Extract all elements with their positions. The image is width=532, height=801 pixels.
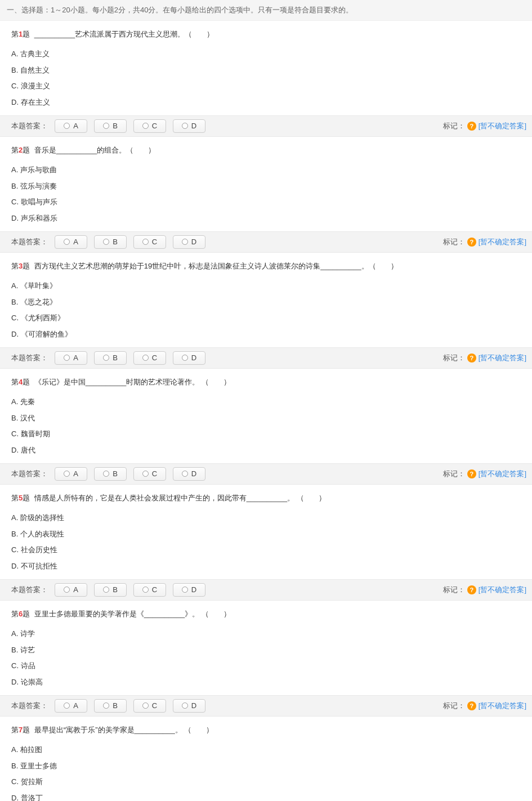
answer-option-label: B: [113, 238, 118, 246]
answer-option-c-button[interactable]: C: [133, 119, 166, 133]
answer-option-a-button[interactable]: A: [55, 583, 87, 597]
answer-option-b-button[interactable]: B: [94, 467, 127, 481]
uncertain-answer-link[interactable]: [暂不确定答案]: [479, 353, 526, 363]
radio-icon: [182, 471, 188, 477]
question-text: 亚里士多德最重要的美学著作是《__________》。 （ ）: [32, 610, 231, 618]
help-icon[interactable]: ?: [467, 238, 476, 247]
uncertain-answer-link[interactable]: [暂不确定答案]: [479, 237, 526, 247]
answer-right: 标记：?[暂不确定答案]: [443, 121, 526, 131]
radio-icon: [142, 587, 149, 593]
answer-label: 本题答案：: [11, 585, 48, 595]
section-header: 一、选择题：1～20小题。每小题2分，共40分。在每小题给出的四个选项中。只有一…: [0, 0, 532, 21]
answer-label: 本题答案：: [11, 353, 48, 363]
answer-option-c-button[interactable]: C: [133, 351, 166, 365]
options-list: A. 先秦B. 汉代C. 魏晋时期D. 唐代: [11, 394, 521, 459]
uncertain-answer-link[interactable]: [暂不确定答案]: [479, 701, 526, 711]
options-list: A. 阶级的选择性B. 个人的表现性C. 社会历史性D. 不可抗拒性: [11, 510, 521, 575]
answer-option-d-button[interactable]: D: [173, 351, 205, 365]
radio-icon: [142, 123, 149, 129]
option-item: A. 声乐与歌曲: [11, 162, 521, 178]
radio-icon: [103, 702, 109, 709]
answer-option-c-button[interactable]: C: [133, 467, 166, 481]
radio-icon: [182, 239, 188, 245]
question-block: 第5题 情感是人所特有的，它是在人类社会发展过程中产生的，因此带有_______…: [0, 485, 532, 579]
question-text: 西方现代主义艺术思潮的萌芽始于19世纪中叶，标志是法国象征主义诗人波德莱尔的诗集…: [32, 262, 397, 270]
answer-option-a-button[interactable]: A: [55, 235, 87, 249]
answer-option-label: B: [113, 122, 118, 130]
option-item: B. 自然主义: [11, 62, 521, 79]
question-suffix: 题: [23, 610, 30, 618]
answer-option-c-button[interactable]: C: [133, 235, 166, 249]
help-icon[interactable]: ?: [467, 585, 476, 594]
option-item: A. 《草叶集》: [11, 278, 521, 294]
answer-option-b-button[interactable]: B: [94, 583, 127, 597]
question-block: 第7题 最早提出“寓教于乐”的美学家是__________。 （ ）A. 柏拉图…: [0, 717, 532, 801]
radio-icon: [64, 587, 70, 593]
radio-icon: [142, 239, 149, 245]
answer-option-label: C: [152, 353, 157, 362]
answer-left: 本题答案：ABCD: [11, 699, 205, 713]
options-list: A. 《草叶集》B. 《恶之花》C. 《尤利西斯》D. 《可溶解的鱼》: [11, 278, 521, 343]
answer-option-d-button[interactable]: D: [173, 235, 205, 249]
answer-option-label: A: [73, 585, 78, 594]
answer-option-b-button[interactable]: B: [94, 119, 127, 133]
answer-left: 本题答案：ABCD: [11, 467, 205, 481]
answer-option-a-button[interactable]: A: [55, 351, 87, 365]
answer-option-a-button[interactable]: A: [55, 699, 87, 713]
option-item: B. 亚里士多德: [11, 758, 521, 775]
answer-option-label: B: [113, 353, 118, 362]
answer-option-b-button[interactable]: B: [94, 699, 127, 713]
answer-option-label: A: [73, 701, 78, 710]
option-item: D. 唐代: [11, 442, 521, 459]
question-text: 最早提出“寓教于乐”的美学家是__________。 （ ）: [32, 726, 213, 734]
answer-option-d-button[interactable]: D: [173, 583, 205, 597]
radio-icon: [103, 355, 109, 361]
answer-bar: 本题答案：ABCD标记：?[暂不确定答案]: [0, 579, 532, 601]
answer-bar: 本题答案：ABCD标记：?[暂不确定答案]: [0, 695, 532, 717]
radio-icon: [182, 702, 188, 709]
options-list: A. 古典主义B. 自然主义C. 浪漫主义D. 存在主义: [11, 46, 521, 111]
answer-option-c-button[interactable]: C: [133, 699, 166, 713]
option-item: A. 古典主义: [11, 46, 521, 62]
answer-label: 本题答案：: [11, 701, 48, 711]
question-text: 音乐是__________的组合。（ ）: [32, 146, 155, 154]
answer-option-a-button[interactable]: A: [55, 119, 87, 133]
answer-left: 本题答案：ABCD: [11, 351, 205, 365]
answer-option-d-button[interactable]: D: [173, 699, 205, 713]
answer-left: 本题答案：ABCD: [11, 119, 205, 133]
uncertain-answer-link[interactable]: [暂不确定答案]: [479, 469, 526, 479]
answer-option-b-button[interactable]: B: [94, 235, 127, 249]
answer-label: 本题答案：: [11, 121, 48, 131]
uncertain-answer-link[interactable]: [暂不确定答案]: [479, 585, 526, 595]
answer-option-d-button[interactable]: D: [173, 467, 205, 481]
mark-label: 标记：: [443, 121, 465, 131]
help-icon[interactable]: ?: [467, 122, 476, 131]
answer-option-c-button[interactable]: C: [133, 583, 166, 597]
uncertain-answer-link[interactable]: [暂不确定答案]: [479, 121, 526, 131]
answer-right: 标记：?[暂不确定答案]: [443, 701, 526, 711]
answer-label: 本题答案：: [11, 469, 48, 479]
question-block: 第2题 音乐是__________的组合。（ ）A. 声乐与歌曲B. 弦乐与演奏…: [0, 137, 532, 231]
answer-option-label: D: [191, 122, 196, 130]
question-title: 第4题 《乐记》是中国__________时期的艺术理论著作。 （ ）: [11, 377, 521, 388]
answer-option-a-button[interactable]: A: [55, 467, 87, 481]
question-prefix: 第: [11, 610, 19, 618]
answer-option-b-button[interactable]: B: [94, 351, 127, 365]
option-item: B. 弦乐与演奏: [11, 178, 521, 195]
option-item: C. 诗品: [11, 658, 521, 674]
answer-option-d-button[interactable]: D: [173, 119, 205, 133]
help-icon[interactable]: ?: [467, 469, 476, 478]
question-prefix: 第: [11, 378, 19, 386]
help-icon[interactable]: ?: [467, 353, 476, 363]
option-item: A. 诗学: [11, 626, 521, 642]
question-prefix: 第: [11, 146, 19, 154]
option-item: A. 先秦: [11, 394, 521, 410]
help-icon[interactable]: ?: [467, 701, 476, 710]
radio-icon: [182, 587, 188, 593]
question-title: 第3题 西方现代主义艺术思潮的萌芽始于19世纪中叶，标志是法国象征主义诗人波德莱…: [11, 261, 521, 272]
option-item: B. 汉代: [11, 410, 521, 427]
answer-option-label: B: [113, 701, 118, 710]
option-item: A. 柏拉图: [11, 742, 521, 758]
answer-bar: 本题答案：ABCD标记：?[暂不确定答案]: [0, 347, 532, 369]
answer-option-label: D: [191, 353, 196, 362]
